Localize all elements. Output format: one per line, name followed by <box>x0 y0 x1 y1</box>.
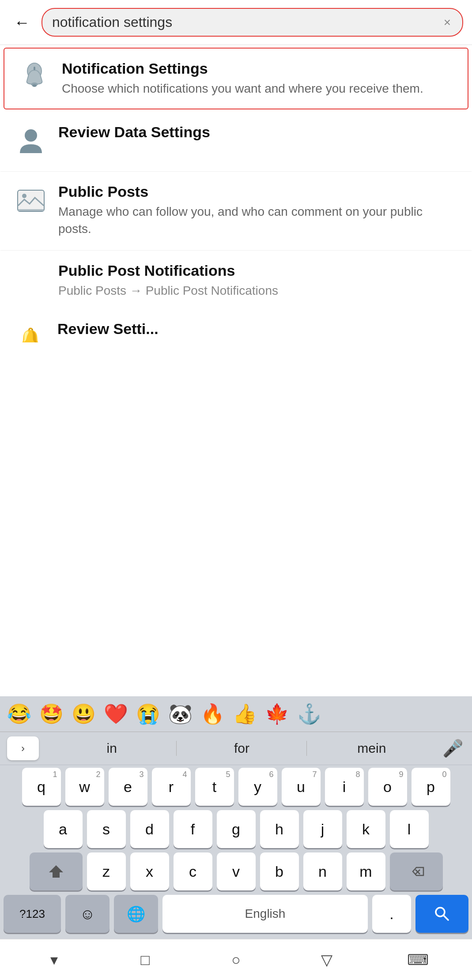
search-bar: × <box>42 8 463 37</box>
result-public-posts[interactable]: Public Posts Manage who can follow you, … <box>0 171 472 250</box>
partial-item-title: Review Setti... <box>57 320 159 338</box>
key-row-2: a s d f g h j k l <box>4 810 468 848</box>
key-n[interactable]: n <box>303 852 342 890</box>
key-k[interactable]: k <box>347 810 385 848</box>
partial-item-icon: 🔔 <box>12 320 48 342</box>
notification-settings-icon <box>17 60 52 95</box>
triangle-icon: ▽ <box>321 951 332 969</box>
keyboard-icon: ⌨ <box>407 951 429 969</box>
suggestions-row: › in for mein 🎤 <box>0 732 472 765</box>
key-f[interactable]: f <box>174 810 212 848</box>
result-notification-settings[interactable]: Notification Settings Choose which notif… <box>4 48 468 109</box>
key-l[interactable]: l <box>390 810 429 848</box>
shift-key[interactable] <box>30 852 83 890</box>
nav-circle-button[interactable]: ○ <box>218 946 253 973</box>
svg-point-2 <box>32 84 37 87</box>
public-posts-subtitle: Manage who can follow you, and who can c… <box>58 203 459 237</box>
clear-button[interactable]: × <box>442 15 453 30</box>
back-button[interactable]: ← <box>9 9 35 36</box>
public-post-notifications-content: Public Post Notifications Public Posts →… <box>13 262 459 299</box>
key-p[interactable]: p0 <box>412 768 450 806</box>
svg-point-7 <box>22 194 26 198</box>
suggestion-mein[interactable]: mein <box>307 737 437 759</box>
emoji-fire[interactable]: 🔥 <box>200 702 225 725</box>
svg-rect-8 <box>18 209 44 211</box>
backspace-key[interactable] <box>390 852 443 890</box>
keyboard: 😂 🤩 😃 ❤️ 😭 🐼 🔥 👍 🍁 ⚓ › in for mein 🎤 q1 … <box>0 696 472 980</box>
svg-line-13 <box>443 915 448 920</box>
key-q[interactable]: q1 <box>22 768 61 806</box>
key-r[interactable]: r4 <box>152 768 191 806</box>
key-c[interactable]: c <box>174 852 212 890</box>
public-post-notifications-breadcrumb: Public Posts → Public Post Notifications <box>58 282 459 299</box>
key-j[interactable]: j <box>303 810 342 848</box>
circle-icon: ○ <box>231 951 241 969</box>
key-o[interactable]: o9 <box>368 768 407 806</box>
emoji-anchor[interactable]: ⚓ <box>297 702 321 725</box>
emoji-bar: 😂 🤩 😃 ❤️ 😭 🐼 🔥 👍 🍁 ⚓ <box>0 696 472 732</box>
search-input[interactable] <box>52 14 438 30</box>
microphone-icon: 🎤 <box>442 739 463 758</box>
key-z[interactable]: z <box>87 852 126 890</box>
key-row-1: q1 w2 e3 r4 t5 y6 u7 i8 o9 p0 <box>4 768 468 806</box>
emoji-heart[interactable]: ❤️ <box>104 702 128 725</box>
emoji-cry[interactable]: 😭 <box>136 702 160 725</box>
svg-marker-9 <box>49 865 63 878</box>
suggestion-in[interactable]: in <box>47 737 177 759</box>
chevron-down-icon: ▾ <box>50 951 58 969</box>
svg-rect-6 <box>18 191 44 211</box>
nav-back-button[interactable]: ▽ <box>309 946 344 973</box>
suggestion-for[interactable]: for <box>177 737 306 759</box>
search-key[interactable] <box>415 895 468 933</box>
square-icon: □ <box>140 951 150 969</box>
result-public-post-notifications[interactable]: Public Post Notifications Public Posts →… <box>0 250 472 312</box>
key-u[interactable]: u7 <box>282 768 321 806</box>
public-posts-title: Public Posts <box>58 183 459 200</box>
key-g[interactable]: g <box>217 810 256 848</box>
key-y[interactable]: y6 <box>238 768 277 806</box>
key-row-3: z x c v b n m <box>4 852 468 890</box>
emoji-maple-leaf[interactable]: 🍁 <box>265 702 289 725</box>
emoji-panda[interactable]: 🐼 <box>168 702 193 725</box>
notification-settings-subtitle: Choose which notifications you want and … <box>62 80 455 97</box>
nav-keyboard-button[interactable]: ⌨ <box>400 946 435 973</box>
bottom-nav: ▾ □ ○ ▽ ⌨ <box>0 939 472 980</box>
space-key[interactable]: English <box>162 895 368 933</box>
emoji-grin[interactable]: 😃 <box>72 702 96 725</box>
key-a[interactable]: a <box>44 810 83 848</box>
key-b[interactable]: b <box>260 852 299 890</box>
key-d[interactable]: d <box>130 810 169 848</box>
numbers-key[interactable]: ?123 <box>4 895 61 933</box>
key-e[interactable]: e3 <box>109 768 147 806</box>
svg-rect-3 <box>34 67 35 70</box>
key-m[interactable]: m <box>347 852 385 890</box>
svg-point-4 <box>25 129 37 142</box>
nav-square-button[interactable]: □ <box>128 946 163 973</box>
emoji-key[interactable]: ☺ <box>65 895 110 933</box>
notification-settings-content: Notification Settings Choose which notif… <box>62 60 455 97</box>
emoji-kiss[interactable]: 🤩 <box>39 702 64 725</box>
results-list: Notification Settings Choose which notif… <box>0 45 472 342</box>
emoji-laughing[interactable]: 😂 <box>7 702 31 725</box>
period-key[interactable]: . <box>372 895 411 933</box>
globe-key[interactable]: 🌐 <box>114 895 158 933</box>
key-s[interactable]: s <box>87 810 126 848</box>
result-partial: 🔔 Review Setti... <box>0 312 472 342</box>
nav-down-button[interactable]: ▾ <box>37 946 72 973</box>
key-h[interactable]: h <box>260 810 299 848</box>
key-w[interactable]: w2 <box>65 768 104 806</box>
keyboard-main: q1 w2 e3 r4 t5 y6 u7 i8 o9 p0 a s d f g … <box>0 765 472 939</box>
key-i[interactable]: i8 <box>325 768 364 806</box>
public-post-notifications-title: Public Post Notifications <box>58 262 459 279</box>
result-review-data-settings[interactable]: Review Data Settings <box>0 112 472 171</box>
review-data-settings-icon <box>13 124 49 159</box>
public-posts-icon <box>13 183 49 218</box>
key-t[interactable]: t5 <box>195 768 234 806</box>
key-x[interactable]: x <box>130 852 169 890</box>
emoji-thumbs-up[interactable]: 👍 <box>233 702 257 725</box>
header: ← × <box>0 0 472 45</box>
expand-suggestions-button[interactable]: › <box>7 736 39 760</box>
review-data-settings-content: Review Data Settings <box>58 124 459 143</box>
key-v[interactable]: v <box>217 852 256 890</box>
microphone-button[interactable]: 🎤 <box>441 736 465 760</box>
